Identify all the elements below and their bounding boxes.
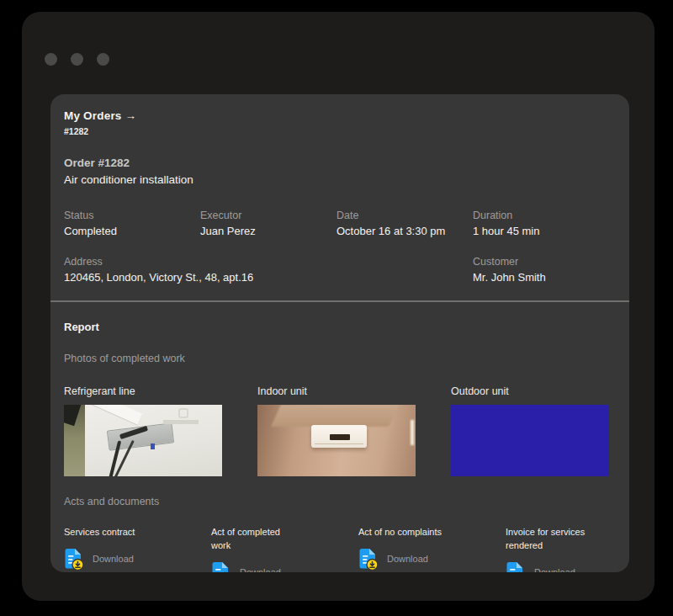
document-title: Act of completed work xyxy=(211,526,302,553)
document-title: Services contract xyxy=(64,526,155,539)
field-customer-value: Mr. John Smith xyxy=(473,271,616,284)
field-duration: Duration 1 hour 45 min xyxy=(473,210,616,237)
order-info-row-1: Status Completed Executor Juan Perez Dat… xyxy=(64,210,616,237)
photo-item-refrigerant-line: Refrigerant line xyxy=(64,385,222,476)
download-label: Download xyxy=(93,554,134,564)
field-address-value: 120465, London, Victory St., 48, apt.16 xyxy=(64,271,473,284)
field-status-label: Status xyxy=(64,210,200,221)
window-dot-3[interactable] xyxy=(97,53,109,66)
photo-outdoor-unit[interactable] xyxy=(451,405,609,476)
order-header: Order #1282 Air conditioner installation xyxy=(64,157,616,186)
photo2-wall-highlight xyxy=(411,420,414,445)
photo-label-outdoor-unit: Outdoor unit xyxy=(451,385,609,397)
order-details-card: My Orders → #1282 Order #1282 Air condit… xyxy=(50,94,629,572)
download-link-invoice[interactable]: Download xyxy=(506,561,616,572)
document-item-invoice: Invoice for services rendered Download xyxy=(506,526,616,572)
documents-grid: Services contract Download xyxy=(64,526,616,572)
documents-section-title: Acts and documents xyxy=(64,496,616,507)
field-address-label: Address xyxy=(64,256,473,268)
breadcrumb-order-ref: #1282 xyxy=(64,126,616,136)
field-status-value: Completed xyxy=(64,225,200,237)
field-date-value: October 16 at 3:30 pm xyxy=(336,225,473,237)
field-address: Address 120465, London, Victory St., 48,… xyxy=(64,256,473,284)
browser-window: My Orders → #1282 Order #1282 Air condit… xyxy=(22,12,654,601)
field-executor-label: Executor xyxy=(200,210,336,221)
field-status: Status Completed xyxy=(64,210,200,237)
photo1-watermark-logo xyxy=(178,408,188,418)
document-item-act-completed-work: Act of completed work Download xyxy=(211,526,358,572)
document-download-icon xyxy=(358,548,379,571)
photo1-watermark xyxy=(163,420,199,424)
photo2-ac-vent xyxy=(330,434,350,440)
field-duration-value: 1 hour 45 min xyxy=(473,225,616,237)
order-info-row-2: Address 120465, London, Victory St., 48,… xyxy=(64,256,616,284)
photo2-ac-unit xyxy=(311,425,367,448)
field-date-label: Date xyxy=(336,210,473,221)
photo2-ceiling xyxy=(271,405,399,427)
field-duration-label: Duration xyxy=(473,210,616,221)
download-link-act-no-complaints[interactable]: Download xyxy=(358,548,506,571)
arrow-right-icon: → xyxy=(125,109,137,122)
download-link-services-contract[interactable]: Download xyxy=(64,548,211,571)
photo-indoor-unit[interactable] xyxy=(257,405,416,476)
download-label: Download xyxy=(240,567,281,572)
document-download-icon xyxy=(211,561,231,572)
document-title: Invoice for services rendered xyxy=(506,526,596,553)
document-download-icon xyxy=(64,548,84,571)
photo1-fitting xyxy=(151,443,155,449)
window-controls xyxy=(22,12,654,66)
order-title: Order #1282 xyxy=(64,157,616,169)
field-executor: Executor Juan Perez xyxy=(200,210,336,237)
breadcrumb-label: My Orders xyxy=(64,109,122,122)
photo2-ac-seam xyxy=(315,443,363,444)
order-subtitle: Air conditioner installation xyxy=(64,173,616,186)
report-title: Report xyxy=(64,321,616,333)
document-download-icon xyxy=(506,561,526,572)
field-date: Date October 16 at 3:30 pm xyxy=(336,210,473,237)
download-link-act-completed-work[interactable]: Download xyxy=(211,561,358,572)
photos-section-title: Photos of completed work xyxy=(64,353,616,364)
download-label: Download xyxy=(534,567,575,572)
field-executor-value: Juan Perez xyxy=(200,225,336,237)
document-item-services-contract: Services contract Download xyxy=(64,526,211,572)
window-dot-1[interactable] xyxy=(45,53,57,66)
photos-grid: Refrigerant line Indoor unit xyxy=(64,385,616,476)
field-customer-label: Customer xyxy=(473,256,616,268)
document-item-act-no-complaints: Act of no complaints Download xyxy=(358,526,506,572)
photo-label-refrigerant-line: Refrigerant line xyxy=(64,385,222,397)
window-dot-2[interactable] xyxy=(71,53,83,66)
photo-label-indoor-unit: Indoor unit xyxy=(257,385,416,397)
photo-item-outdoor-unit: Outdoor unit xyxy=(451,385,609,476)
breadcrumb: My Orders → #1282 xyxy=(64,109,616,136)
download-label: Download xyxy=(387,554,428,564)
section-divider xyxy=(50,300,629,302)
breadcrumb-my-orders-link[interactable]: My Orders → xyxy=(64,109,616,122)
field-customer: Customer Mr. John Smith xyxy=(473,256,616,284)
photo-item-indoor-unit: Indoor unit xyxy=(257,385,416,476)
document-title: Act of no complaints xyxy=(358,526,449,539)
photo1-ceiling-edge xyxy=(77,405,143,425)
photo-refrigerant-line[interactable] xyxy=(64,405,222,476)
